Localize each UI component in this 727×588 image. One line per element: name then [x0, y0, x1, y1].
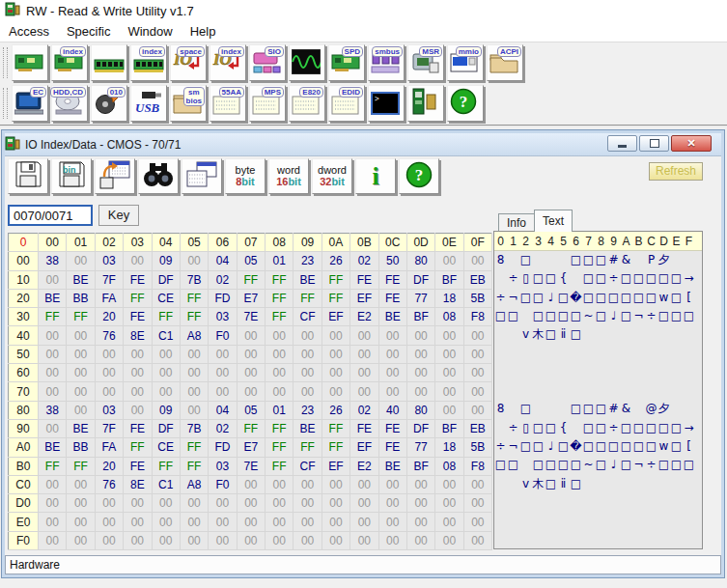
- hex-cell[interactable]: FF: [266, 308, 294, 326]
- hex-cell[interactable]: CE: [152, 289, 180, 307]
- hex-cell[interactable]: FE: [378, 270, 406, 289]
- hex-cell[interactable]: 00: [124, 252, 152, 270]
- hex-cell[interactable]: FF: [180, 289, 208, 307]
- hex-cell[interactable]: 38: [39, 252, 67, 270]
- hex-cell[interactable]: 00: [95, 494, 123, 513]
- hex-cell[interactable]: F8: [463, 308, 491, 326]
- hex-cell[interactable]: 00: [209, 494, 237, 513]
- help-button[interactable]: ?: [399, 158, 439, 194]
- hex-cell[interactable]: 80: [406, 252, 434, 270]
- hex-cell[interactable]: 03: [95, 252, 123, 270]
- hex-cell[interactable]: 00: [237, 345, 265, 363]
- hex-cell[interactable]: 7E: [237, 457, 265, 475]
- hex-cell[interactable]: 00: [67, 252, 95, 270]
- hex-cell[interactable]: 00: [180, 494, 208, 513]
- tab-info[interactable]: Info: [498, 213, 535, 232]
- hex-cell[interactable]: BE: [294, 270, 322, 289]
- hex-cell[interactable]: 00: [209, 382, 237, 401]
- hex-cell[interactable]: 00: [294, 382, 322, 401]
- hex-cell[interactable]: 00: [67, 382, 95, 401]
- hex-cell[interactable]: 00: [406, 531, 434, 549]
- hex-cell[interactable]: C1: [152, 475, 180, 493]
- toolbar-button-io-space[interactable]: IOspace: [170, 44, 207, 81]
- hex-cell[interactable]: 00: [350, 475, 378, 493]
- hex-cell[interactable]: 00: [322, 326, 350, 345]
- hex-cell[interactable]: 00: [435, 326, 463, 345]
- hex-cell[interactable]: FE: [378, 289, 406, 307]
- hex-cell[interactable]: FF: [294, 289, 322, 307]
- hex-cell[interactable]: 02: [350, 252, 378, 270]
- hex-cell[interactable]: 00: [67, 475, 95, 493]
- hex-cell[interactable]: 00: [152, 513, 180, 531]
- hex-cell[interactable]: 05: [237, 401, 265, 419]
- hex-cell[interactable]: 00: [39, 513, 67, 531]
- hex-cell[interactable]: 18: [435, 438, 463, 457]
- hex-cell[interactable]: BE: [378, 308, 406, 326]
- toolbar-button-disk-editor[interactable]: 010: [91, 85, 127, 122]
- hex-cell[interactable]: 00: [350, 513, 378, 531]
- hex-cell[interactable]: 00: [435, 494, 463, 513]
- hex-cell[interactable]: 00: [237, 364, 265, 382]
- hex-cell[interactable]: 00: [124, 382, 152, 401]
- menu-window[interactable]: Window: [119, 22, 181, 41]
- hex-cell[interactable]: 02: [350, 401, 378, 419]
- hex-cell[interactable]: FF: [180, 308, 208, 326]
- hex-cell[interactable]: 00: [124, 531, 152, 549]
- hex-cell[interactable]: 00: [294, 531, 322, 549]
- hex-cell[interactable]: 00: [435, 252, 463, 270]
- hex-cell[interactable]: 00: [266, 513, 294, 531]
- hex-cell[interactable]: 09: [152, 401, 180, 419]
- hex-cell[interactable]: 04: [209, 401, 237, 419]
- hex-cell[interactable]: 00: [378, 475, 406, 493]
- hex-cell[interactable]: 26: [322, 401, 350, 419]
- toolbar-button-clock-generator[interactable]: [289, 44, 325, 81]
- hex-cell[interactable]: 7B: [180, 419, 208, 437]
- hex-cell[interactable]: 00: [152, 345, 180, 363]
- toolbar-button-pci-device[interactable]: [12, 44, 48, 81]
- hex-cell[interactable]: 20: [95, 457, 123, 475]
- hex-cell[interactable]: 00: [378, 531, 406, 549]
- hex-cell[interactable]: FE: [124, 457, 152, 475]
- toolbar-button-acpi[interactable]: ACPI: [487, 44, 523, 81]
- hex-cell[interactable]: FE: [350, 270, 378, 289]
- hex-cell[interactable]: 00: [237, 494, 265, 513]
- hex-cell[interactable]: 00: [406, 494, 434, 513]
- word-mode-button[interactable]: word16bit: [268, 158, 309, 194]
- hex-cell[interactable]: 01: [266, 252, 294, 270]
- hex-cell[interactable]: 00: [463, 382, 491, 401]
- hex-cell[interactable]: 00: [209, 513, 237, 531]
- key-button[interactable]: Key: [98, 205, 139, 226]
- hex-cell[interactable]: 5B: [463, 438, 491, 457]
- hex-cell[interactable]: 00: [67, 513, 95, 531]
- hex-cell[interactable]: EF: [322, 308, 350, 326]
- hex-cell[interactable]: 00: [124, 494, 152, 513]
- hex-cell[interactable]: 00: [95, 345, 123, 363]
- hex-cell[interactable]: 00: [39, 364, 67, 382]
- hex-cell[interactable]: 00: [180, 513, 208, 531]
- hex-cell[interactable]: 00: [152, 531, 180, 549]
- hex-cell[interactable]: 77: [406, 438, 434, 457]
- hex-cell[interactable]: FF: [266, 457, 294, 475]
- hex-cell[interactable]: 00: [294, 326, 322, 345]
- hex-cell[interactable]: 02: [209, 419, 237, 437]
- hex-cell[interactable]: EF: [350, 438, 378, 457]
- hex-cell[interactable]: 00: [435, 513, 463, 531]
- hex-cell[interactable]: FF: [237, 419, 265, 437]
- hex-cell[interactable]: CE: [152, 438, 180, 457]
- hex-cell[interactable]: FE: [124, 419, 152, 437]
- hex-cell[interactable]: 00: [406, 364, 434, 382]
- hex-cell[interactable]: FE: [378, 419, 406, 437]
- hex-cell[interactable]: BE: [39, 289, 67, 307]
- hex-cell[interactable]: BF: [406, 308, 434, 326]
- hex-cell[interactable]: 00: [95, 531, 123, 549]
- info-button[interactable]: i: [355, 158, 396, 194]
- hex-cell[interactable]: 00: [237, 326, 265, 345]
- hex-cell[interactable]: 00: [209, 345, 237, 363]
- hex-cell[interactable]: 00: [209, 531, 237, 549]
- hex-cell[interactable]: FE: [124, 308, 152, 326]
- hex-cell[interactable]: FA: [95, 438, 123, 457]
- hex-cell[interactable]: 00: [209, 364, 237, 382]
- hex-cell[interactable]: FF: [322, 270, 350, 289]
- hex-cell[interactable]: 00: [39, 382, 67, 401]
- hex-cell[interactable]: FF: [39, 457, 67, 475]
